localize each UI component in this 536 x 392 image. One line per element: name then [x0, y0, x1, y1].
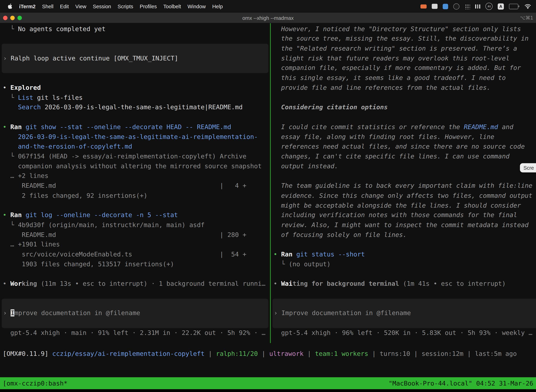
terminal-line: gpt-5.4 xhigh · main · 91% left · 2.31M … [0, 328, 270, 338]
terminal-line: • Working (11m 13s • esc to interrupt) ·… [0, 279, 270, 289]
terminal-line: src/voice/voiceModeEnabled.ts | 54 + [0, 250, 270, 259]
text-segment: slight risk that future readers may over… [273, 55, 509, 62]
terminal-line: gpt-5.4 xhigh · 96% left · 520K in · 5.8… [271, 328, 536, 338]
screen-edge-notification[interactable]: Scre [520, 163, 536, 172]
text-segment: src/voice/voiceModeEnabled.ts | 54 + [3, 251, 247, 258]
blank-line [271, 240, 536, 250]
text-segment: └ 4b9d30f (origin/main, instructkr/main,… [3, 221, 205, 229]
terminal-line: and-the-erosion-of-copyleft.md [0, 142, 270, 152]
menu-item-iterm2[interactable]: iTerm2 [19, 3, 36, 9]
dots-grid-icon[interactable] [464, 4, 470, 9]
window-title: omx --xhigh --madmax [242, 15, 294, 21]
terminal-line: The team guideline is to back every impo… [271, 181, 536, 191]
round-app-icon[interactable] [453, 3, 459, 9]
text-segment: Ralph loop active continue [OMX_TMUX_INJ… [11, 55, 178, 62]
text-segment: essay file, along with finding root file… [273, 133, 494, 140]
text-segment: 2026-03-09-is-legal-the-same-as-legitima… [41, 104, 243, 111]
text-segment: git show --stat --oneline --decorate HEA… [22, 123, 231, 130]
terminal-line: output instead. [271, 161, 536, 171]
menu-item-view[interactable]: View [75, 3, 86, 9]
input-source-icon[interactable]: A [498, 3, 504, 9]
stats-bars-icon[interactable] [475, 4, 480, 8]
text-segment: … +2 lines [3, 172, 48, 179]
menu-item-scripts[interactable]: Scripts [118, 3, 133, 9]
terminal-line: README.md | 4 + [0, 181, 270, 191]
wifi-icon[interactable] [524, 4, 531, 9]
terminal-line: of focusing solely on file lines. [271, 230, 536, 240]
text-segment: README.md | 280 + [3, 231, 247, 238]
minimize-window-button[interactable] [10, 15, 14, 20]
terminal-line: └ 067f154 (HEAD -> essay/ai-reimplementa… [0, 152, 270, 161]
battery-icon[interactable] [509, 4, 519, 9]
prompt-input-line: › Improve documentation in @filename [2, 308, 268, 318]
text-segment: ralph:11/20 [216, 350, 258, 357]
blank-line [0, 201, 270, 210]
apple-menu-icon[interactable] [8, 3, 12, 9]
menu-item-help[interactable]: Help [212, 3, 223, 9]
text-segment: README.md [464, 123, 498, 130]
blank-line [0, 112, 270, 122]
menu-item-window[interactable]: Window [187, 3, 206, 9]
terminal-line: review. Also, I might want to inspect th… [271, 220, 536, 230]
prompt-input-box[interactable]: › Improve documentation in @filename [273, 299, 536, 328]
right-terminal-pane[interactable]: However, I noticed the "Directory Struct… [271, 23, 536, 343]
terminal-line: └ 4b9d30f (origin/main, instructkr/main,… [0, 220, 270, 230]
keyboard-app-icon[interactable] [432, 4, 438, 9]
text-segment: mprove documentation in @filename [14, 309, 140, 317]
terminal-line: • Ran git show --stat --oneline --decora… [0, 122, 270, 132]
terminal-line: provide file and line references from th… [271, 83, 536, 93]
menu-item-session[interactable]: Session [93, 3, 111, 9]
text-segment: Ran [10, 211, 22, 219]
screen-recording-indicator-icon[interactable] [421, 4, 427, 8]
text-segment: | turns:10 | session:12m | last:5m ago [368, 350, 517, 357]
blue-app-icon[interactable] [443, 4, 448, 9]
window-title-bar[interactable]: omx --xhigh --madmax ⌥⌘1 [0, 13, 536, 23]
menu-item-edit[interactable]: Edit [60, 3, 69, 9]
text-segment: However, I noticed the "Directory Struct… [273, 25, 521, 32]
terminal-line: slight risk that future readers may over… [271, 54, 536, 63]
text-segment: changes, I can't cite specific file line… [273, 153, 509, 160]
blank-line [271, 269, 536, 279]
terminal-line: evidence. Since this change only affects… [271, 191, 536, 201]
terminal-line: … +2 lines [0, 171, 270, 181]
blank-line [0, 269, 270, 279]
prompt-input-box[interactable]: › Improve documentation in @filename [2, 299, 268, 328]
menu-item-shell[interactable]: Shell [42, 3, 53, 9]
text-segment: and [498, 123, 513, 130]
close-window-button[interactable] [3, 15, 7, 20]
text-segment: companion analysis without altering the … [3, 163, 262, 170]
text-segment: git ls-files [33, 94, 83, 101]
terminal-line: • Waiting for background terminal (1m 41… [271, 279, 536, 289]
text-segment: • [3, 84, 10, 91]
text-segment: › Improve documentation in @filename [274, 309, 411, 317]
zoom-window-button[interactable] [17, 15, 22, 20]
text-segment: the "Related research writing" section i… [273, 45, 517, 52]
terminal-line: • Explored [0, 83, 270, 93]
text-segment: [OMX#0.11.9] [3, 350, 52, 357]
text-segment: and-the-erosion-of-copyleft.md [3, 143, 132, 150]
text-segment: … +1901 lines [3, 241, 60, 248]
text-segment: the source tree, missing the essay. Stil… [273, 35, 529, 42]
terminal-line: 2026-03-09-is-legal-the-same-as-legitima… [0, 132, 270, 142]
terminal-line: companion file, especially if more comme… [271, 63, 536, 73]
omx-status-line: [OMX#0.11.9] cczip/essay/ai-reimplementa… [0, 343, 536, 359]
text-segment: | [304, 350, 315, 357]
text-segment: (11m 13s • esc to interrupt) · 1 backgro… [37, 280, 265, 287]
left-terminal-pane[interactable]: └ No agents completed yet› Ralph loop ac… [0, 23, 270, 343]
text-segment: references need actual files, and since … [273, 143, 525, 150]
terminal-line: including verification notes with those … [271, 210, 536, 220]
text-segment: The team guideline is to back every impo… [273, 182, 532, 189]
terminal-line: README.md | 280 + [0, 230, 270, 240]
battery-gauge-icon[interactable]: .61 [485, 3, 493, 10]
terminal-line: 1903 files changed, 513517 insertions(+) [0, 259, 270, 269]
menu-item-toolbelt[interactable]: Toolbelt [163, 3, 181, 9]
prompt-input-line: › Improve documentation in @filename [273, 308, 536, 318]
menu-item-profiles[interactable]: Profiles [140, 3, 157, 9]
text-segment: of focusing solely on file lines. [273, 231, 407, 238]
terminal-line: However, I noticed the "Directory Struct… [271, 24, 536, 34]
text-segment: Considering citation options [273, 104, 388, 111]
text-segment: Search [3, 104, 41, 111]
text-segment: I [11, 309, 14, 317]
text-segment: git status --short [292, 251, 365, 258]
menu-bar-status-icons: .61 A [421, 3, 536, 10]
